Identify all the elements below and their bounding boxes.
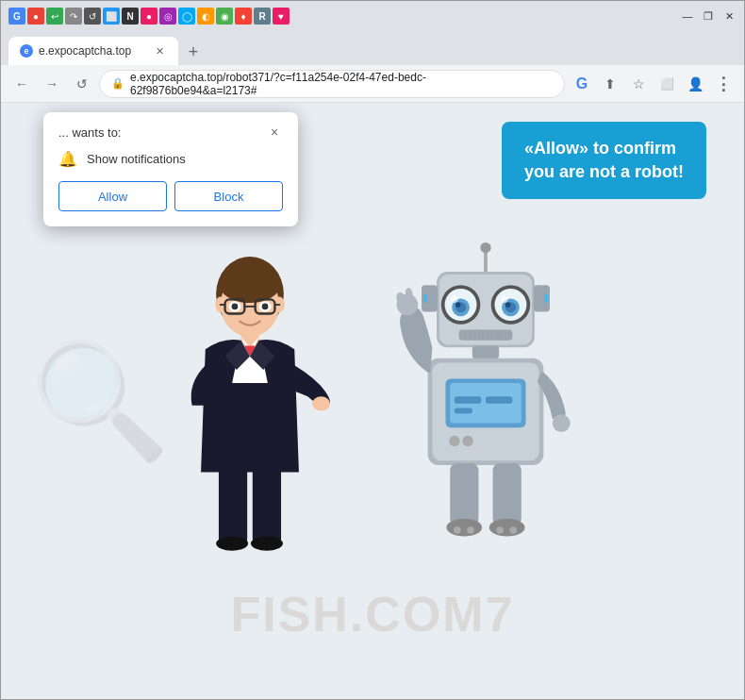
svg-point-41 <box>501 296 508 304</box>
svg-point-70 <box>454 526 461 534</box>
notification-row: 🔔 Show notifications <box>58 150 283 168</box>
new-tab-button[interactable]: + <box>180 39 207 65</box>
captcha-line1: «Allow» to confirm <box>524 137 684 160</box>
person-figure <box>165 241 335 561</box>
svg-point-38 <box>455 302 461 308</box>
svg-point-12 <box>232 304 239 310</box>
menu-button[interactable]: ⋮ <box>710 71 737 97</box>
bell-icon: 🔔 <box>58 150 77 168</box>
google-favicon: G <box>8 8 25 25</box>
tab-bar: e e.expocaptcha.top ✕ + <box>1 31 744 65</box>
svg-point-39 <box>505 302 511 308</box>
captcha-line2: you are not a robot! <box>524 160 684 184</box>
favicon-3: ↷ <box>65 8 82 25</box>
favicon-2: ↩ <box>46 8 63 25</box>
robot-figure <box>391 241 580 561</box>
profile-button[interactable]: 👤 <box>682 71 708 97</box>
favicon-5: ⬜ <box>103 8 120 25</box>
svg-rect-67 <box>493 463 522 525</box>
lock-icon: 🔒 <box>111 77 124 90</box>
svg-point-72 <box>496 526 504 534</box>
svg-rect-45 <box>544 294 548 303</box>
svg-point-60 <box>449 436 459 446</box>
svg-rect-44 <box>423 294 427 303</box>
popup-title: ... wants to: <box>58 125 121 140</box>
svg-point-24 <box>251 537 283 551</box>
svg-point-68 <box>446 519 482 537</box>
svg-rect-58 <box>486 396 512 404</box>
browser-window: G ● ↩ ↷ ↺ ⬜ N ● ◎ ◯ ◐ ◉ ♦ R ♥ — ❐ ✕ e e.… <box>0 0 745 700</box>
svg-rect-57 <box>455 396 481 404</box>
favicon-8: ◎ <box>159 8 176 25</box>
svg-point-61 <box>462 436 472 446</box>
restore-button[interactable]: ❐ <box>701 8 716 24</box>
svg-point-23 <box>216 537 248 551</box>
tab-close-button[interactable]: ✕ <box>152 43 167 58</box>
favicon-12: ♦ <box>235 8 252 25</box>
svg-point-25 <box>312 396 330 410</box>
captcha-banner: «Allow» to confirm you are not a robot! <box>502 122 706 199</box>
svg-rect-59 <box>455 408 472 414</box>
favicon-13: R <box>254 8 271 25</box>
block-button[interactable]: Block <box>174 181 283 211</box>
notification-popup: ... wants to: × 🔔 Show notifications All… <box>43 112 298 226</box>
svg-rect-21 <box>219 468 247 543</box>
window-controls: — ❐ ✕ <box>680 8 737 24</box>
tab-title: e.expocaptcha.top <box>39 44 146 58</box>
forward-button[interactable]: → <box>39 71 65 97</box>
bookmark-button[interactable]: ☆ <box>625 71 652 97</box>
svg-rect-52 <box>472 345 499 358</box>
address-bar[interactable]: 🔒 e.expocaptcha.top/robot371/?c=f11a254e… <box>99 70 565 98</box>
svg-point-65 <box>553 414 571 432</box>
back-button[interactable]: ← <box>8 71 35 97</box>
favicon-1: ● <box>27 8 44 25</box>
magnify-watermark: 🔍 <box>29 335 171 468</box>
title-bar: G ● ↩ ↷ ↺ ⬜ N ● ◎ ◯ ◐ ◉ ♦ R ♥ — ❐ ✕ <box>1 1 744 31</box>
svg-point-69 <box>489 519 525 537</box>
popup-header: ... wants to: × <box>58 124 283 141</box>
active-tab[interactable]: e e.expocaptcha.top ✕ <box>8 37 178 65</box>
url-text: e.expocaptcha.top/robot371/?c=f11a254e-0… <box>130 71 553 97</box>
favicon-14: ♥ <box>273 8 290 25</box>
favicon-11: ◉ <box>216 8 233 25</box>
svg-rect-66 <box>450 463 478 525</box>
popup-buttons: Allow Block <box>58 181 283 211</box>
favicon-9: ◯ <box>178 8 195 25</box>
extensions-button[interactable]: ⬜ <box>654 71 680 97</box>
svg-point-40 <box>451 296 458 304</box>
google-icon[interactable]: G <box>569 71 595 97</box>
refresh-button[interactable]: ↺ <box>69 71 95 97</box>
notification-label: Show notifications <box>87 152 186 166</box>
favicon-7: ● <box>141 8 157 25</box>
svg-point-71 <box>467 526 474 534</box>
toolbar-actions: G ⬆ ☆ ⬜ 👤 ⋮ <box>569 71 737 97</box>
tab-favicon: e <box>20 44 33 58</box>
close-button[interactable]: ✕ <box>721 8 737 24</box>
svg-point-13 <box>262 304 269 310</box>
minimize-button[interactable]: — <box>680 8 695 24</box>
favicon-10: ◐ <box>197 8 214 25</box>
svg-rect-22 <box>253 468 281 543</box>
favicon-4: ↺ <box>84 8 101 25</box>
svg-point-2 <box>219 264 281 304</box>
favicon-6: N <box>122 8 139 25</box>
svg-point-73 <box>510 526 518 534</box>
share-button[interactable]: ⬆ <box>597 71 623 97</box>
svg-point-27 <box>480 242 490 253</box>
page-content: 🔍 FISH.COM7 <box>1 103 744 699</box>
allow-button[interactable]: Allow <box>58 181 167 211</box>
address-bar-row: ← → ↺ 🔒 e.expocaptcha.top/robot371/?c=f1… <box>1 65 744 103</box>
popup-close-button[interactable]: × <box>266 124 283 141</box>
